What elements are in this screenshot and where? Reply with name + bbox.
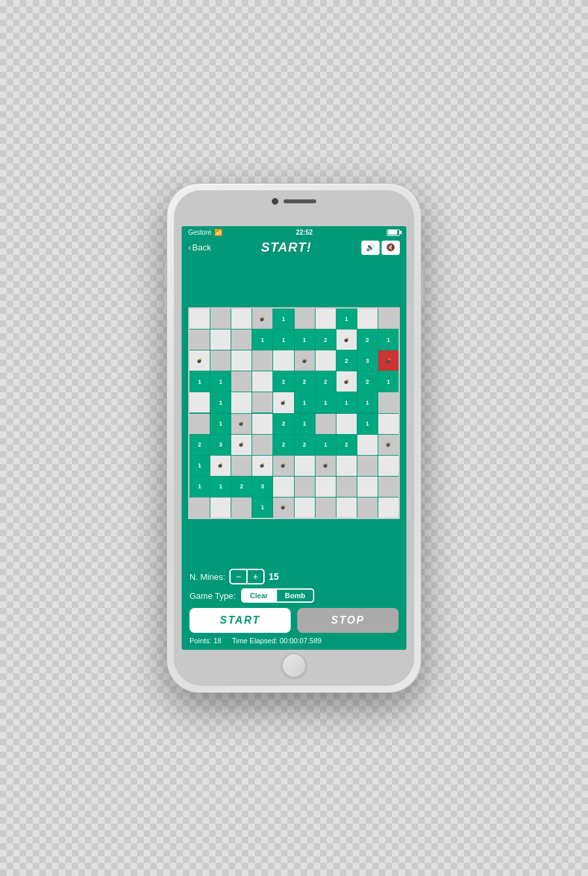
grid-cell[interactable] <box>210 329 231 350</box>
grid-cell[interactable]: 1 <box>189 477 210 497</box>
grid-cell[interactable] <box>295 456 315 476</box>
volume-down-button[interactable] <box>165 292 167 314</box>
grid-cell[interactable]: 3 <box>252 477 272 497</box>
grid-cell[interactable] <box>189 329 210 350</box>
grid-cell[interactable]: 2 <box>357 329 378 350</box>
grid-cell[interactable]: 💣 <box>316 456 336 476</box>
grid-cell[interactable]: 1 <box>273 309 293 329</box>
grid-cell[interactable]: 2 <box>231 477 252 497</box>
grid-cell[interactable] <box>336 497 357 518</box>
grid-cell[interactable]: 1 <box>378 329 399 350</box>
grid-cell[interactable] <box>336 456 357 476</box>
grid-cell[interactable] <box>273 477 293 497</box>
grid-cell[interactable]: 2 <box>273 414 293 434</box>
grid-cell[interactable]: 💣 <box>252 309 272 329</box>
grid-cell[interactable] <box>210 350 231 371</box>
grid-cell[interactable] <box>357 477 378 497</box>
grid-cell[interactable]: 1 <box>295 392 315 413</box>
grid-cell[interactable] <box>189 392 210 413</box>
grid-cell[interactable] <box>357 435 378 455</box>
grid-cell[interactable] <box>252 414 272 434</box>
grid-cell[interactable] <box>273 350 293 371</box>
mute-button[interactable] <box>165 236 167 249</box>
grid-cell[interactable]: 💣 <box>210 456 231 476</box>
grid-cell[interactable] <box>336 414 357 434</box>
grid-cell[interactable]: 1 <box>357 392 378 413</box>
grid-cell[interactable] <box>231 371 252 392</box>
grid-cell[interactable]: 2 <box>316 329 336 350</box>
grid-cell[interactable]: 💣 <box>231 414 252 434</box>
grid-cell[interactable] <box>295 477 315 497</box>
grid-cell[interactable] <box>378 414 399 434</box>
grid-cell[interactable]: 💣 <box>336 371 357 392</box>
grid-cell[interactable]: 2 <box>295 435 315 455</box>
grid-cell[interactable] <box>189 497 210 518</box>
grid-cell[interactable]: 💣 <box>378 350 399 371</box>
grid-cell[interactable]: 💣 <box>252 456 272 476</box>
sound-on-button[interactable]: 🔊 <box>361 241 380 255</box>
grid-cell[interactable]: 1 <box>273 329 293 350</box>
grid-cell[interactable]: 2 <box>316 371 336 392</box>
grid-cell[interactable]: 1 <box>210 477 231 497</box>
grid-cell[interactable]: 1 <box>336 309 357 329</box>
gametype-clear-button[interactable]: Clear <box>242 590 276 601</box>
grid-cell[interactable]: 1 <box>357 414 378 434</box>
grid-cell[interactable] <box>231 392 252 413</box>
grid-cell[interactable]: 💣 <box>336 329 357 350</box>
grid-cell[interactable] <box>210 497 231 518</box>
start-button[interactable]: START <box>189 608 291 633</box>
sound-off-button[interactable]: 🔇 <box>382 241 400 255</box>
grid-cell[interactable]: 💣 <box>273 456 293 476</box>
grid-cell[interactable] <box>378 309 399 329</box>
grid-cell[interactable]: 💣 <box>273 497 293 518</box>
grid-cell[interactable]: 1 <box>378 371 399 392</box>
grid-cell[interactable]: 💣 <box>273 392 293 413</box>
grid-cell[interactable] <box>231 497 252 518</box>
mines-increase-button[interactable]: + <box>248 570 263 583</box>
grid-cell[interactable]: 1 <box>295 414 315 434</box>
grid-cell[interactable] <box>378 392 399 413</box>
grid-cell[interactable] <box>252 371 272 392</box>
power-button[interactable] <box>421 269 423 305</box>
grid-cell[interactable] <box>316 350 336 371</box>
grid-cell[interactable] <box>231 309 252 329</box>
stop-button[interactable]: STOP <box>297 608 399 633</box>
grid-cell[interactable] <box>252 435 272 455</box>
grid-cell[interactable] <box>316 477 336 497</box>
grid-cell[interactable]: 1 <box>210 414 231 434</box>
grid-cell[interactable] <box>357 497 378 518</box>
grid-cell[interactable]: 3 <box>210 435 231 455</box>
grid-cell[interactable] <box>252 350 272 371</box>
back-button[interactable]: ‹ Back <box>188 243 211 252</box>
grid-cell[interactable]: 2 <box>295 371 315 392</box>
gametype-bomb-button[interactable]: Bomb <box>277 590 313 601</box>
grid-cell[interactable]: 💣 <box>189 350 210 371</box>
grid-cell[interactable]: 3 <box>357 350 378 371</box>
grid-cell[interactable]: 2 <box>273 371 293 392</box>
grid-cell[interactable] <box>189 414 210 434</box>
grid-cell[interactable] <box>378 477 399 497</box>
grid-cell[interactable] <box>252 392 272 413</box>
grid-cell[interactable] <box>357 456 378 476</box>
grid-cell[interactable] <box>189 309 210 329</box>
grid-cell[interactable]: 2 <box>336 435 357 455</box>
grid-cell[interactable]: 1 <box>210 392 231 413</box>
grid-cell[interactable] <box>378 497 399 518</box>
grid-cell[interactable]: 1 <box>189 456 210 476</box>
grid-cell[interactable]: 1 <box>252 497 272 518</box>
grid-cell[interactable]: 2 <box>357 371 378 392</box>
grid-cell[interactable]: 💣 <box>378 435 399 455</box>
grid-cell[interactable]: 2 <box>189 435 210 455</box>
grid-cell[interactable] <box>336 477 357 497</box>
volume-up-button[interactable] <box>165 262 167 285</box>
grid-cell[interactable] <box>295 497 315 518</box>
grid-cell[interactable]: 1 <box>252 329 272 350</box>
grid-cell[interactable]: 1 <box>189 371 210 392</box>
grid-cell[interactable] <box>316 414 336 434</box>
grid-cell[interactable]: 💣 <box>231 435 252 455</box>
grid-cell[interactable]: 2 <box>273 435 293 455</box>
grid-cell[interactable]: 1 <box>336 392 357 413</box>
grid-cell[interactable] <box>316 497 336 518</box>
grid-cell[interactable] <box>357 309 378 329</box>
grid-cell[interactable]: 💣 <box>295 350 315 371</box>
